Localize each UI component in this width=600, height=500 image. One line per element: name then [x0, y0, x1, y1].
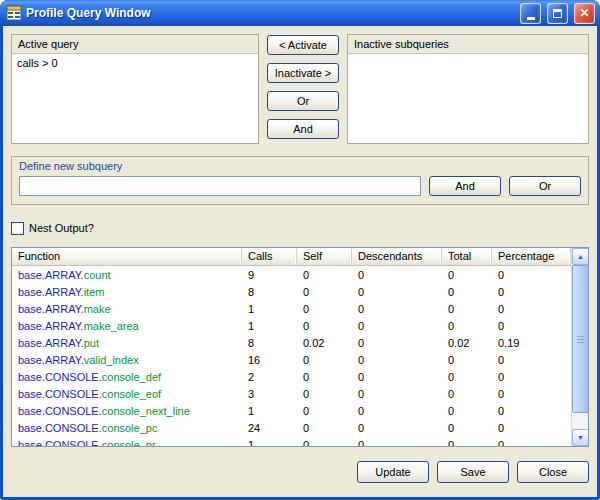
total-cell: 0: [442, 439, 492, 447]
total-cell: 0: [442, 286, 492, 298]
descendants-cell: 0: [352, 320, 442, 332]
subquery-input[interactable]: [19, 176, 421, 196]
header-percentage[interactable]: Percentage: [492, 248, 571, 265]
total-cell: 0.02: [442, 337, 492, 349]
percentage-cell: 0: [492, 303, 571, 315]
inactive-subqueries-list[interactable]: [348, 53, 588, 143]
total-cell: 0: [442, 405, 492, 417]
self-cell: 0: [297, 422, 352, 434]
descendants-cell: 0: [352, 422, 442, 434]
calls-cell: 8: [242, 337, 297, 349]
table-row[interactable]: base.ARRAY.make10000: [12, 300, 571, 317]
query-actions-column: < Activate Inactivate > Or And: [267, 34, 339, 144]
percentage-cell: 0: [492, 354, 571, 366]
function-cell: base.CONSOLE.console_next_line: [12, 405, 242, 417]
vertical-scrollbar[interactable]: ▲ ▼: [571, 248, 588, 446]
self-cell: 0: [297, 269, 352, 281]
save-button[interactable]: Save: [437, 461, 509, 483]
calls-cell: 1: [242, 303, 297, 315]
header-calls[interactable]: Calls: [242, 248, 297, 265]
total-cell: 0: [442, 269, 492, 281]
table-row[interactable]: base.ARRAY.make_area10000: [12, 317, 571, 334]
total-cell: 0: [442, 303, 492, 315]
header-total[interactable]: Total: [442, 248, 492, 265]
active-query-groupbox: Active query calls > 0: [11, 34, 259, 144]
maximize-button[interactable]: [547, 3, 568, 24]
nest-output-row: Nest Output?: [11, 221, 589, 235]
table-row[interactable]: base.ARRAY.put80.0200.020.19: [12, 334, 571, 351]
descendants-cell: 0: [352, 269, 442, 281]
percentage-cell: 0: [492, 269, 571, 281]
calls-cell: 3: [242, 388, 297, 400]
total-cell: 0: [442, 422, 492, 434]
calls-cell: 16: [242, 354, 297, 366]
self-cell: 0: [297, 354, 352, 366]
function-cell: base.ARRAY.valid_index: [12, 354, 242, 366]
total-cell: 0: [442, 320, 492, 332]
and-button[interactable]: And: [267, 119, 339, 139]
function-cell: base.ARRAY.count: [12, 269, 242, 281]
table-body: base.ARRAY.count90000base.ARRAY.item8000…: [12, 266, 571, 446]
descendants-cell: 0: [352, 388, 442, 400]
table-row[interactable]: base.ARRAY.item80000: [12, 283, 571, 300]
self-cell: 0: [297, 388, 352, 400]
header-self[interactable]: Self: [297, 248, 352, 265]
calls-cell: 1: [242, 405, 297, 417]
calls-cell: 8: [242, 286, 297, 298]
active-query-item[interactable]: calls > 0: [17, 57, 253, 69]
header-descendants[interactable]: Descendants: [352, 248, 442, 265]
close-icon: ✕: [579, 7, 589, 19]
function-cell: base.CONSOLE.console_eof: [12, 388, 242, 400]
subquery-or-button[interactable]: Or: [509, 176, 581, 196]
self-cell: 0: [297, 439, 352, 447]
self-cell: 0.02: [297, 337, 352, 349]
client-area: Active query calls > 0 < Activate Inacti…: [3, 26, 597, 497]
self-cell: 0: [297, 303, 352, 315]
window-title: Profile Query Window: [26, 6, 514, 20]
table-row[interactable]: base.ARRAY.valid_index160000: [12, 351, 571, 368]
minimize-icon: [527, 17, 535, 20]
activate-button[interactable]: < Activate: [267, 35, 339, 55]
table-row[interactable]: base.CONSOLE.console_pr10000: [12, 436, 571, 446]
table-row[interactable]: base.ARRAY.count90000: [12, 266, 571, 283]
define-subquery-row: And Or: [19, 176, 581, 196]
define-subquery-label: Define new subquery: [19, 160, 581, 172]
self-cell: 0: [297, 405, 352, 417]
function-cell: base.CONSOLE.console_pc: [12, 422, 242, 434]
descendants-cell: 0: [352, 405, 442, 417]
dialog-close-button[interactable]: Close: [517, 461, 589, 483]
scroll-down-button[interactable]: ▼: [572, 429, 589, 446]
scroll-down-icon: ▼: [577, 434, 584, 441]
nest-output-checkbox[interactable]: [11, 222, 24, 235]
inactivate-button[interactable]: Inactivate >: [267, 63, 339, 83]
percentage-cell: 0: [492, 439, 571, 447]
calls-cell: 9: [242, 269, 297, 281]
scroll-up-button[interactable]: ▲: [572, 248, 589, 265]
header-function[interactable]: Function: [12, 248, 242, 265]
total-cell: 0: [442, 371, 492, 383]
descendants-cell: 0: [352, 286, 442, 298]
or-button[interactable]: Or: [267, 91, 339, 111]
function-cell: base.CONSOLE.console_pr: [12, 439, 242, 447]
percentage-cell: 0: [492, 405, 571, 417]
active-query-label: Active query: [12, 35, 258, 53]
scroll-up-icon: ▲: [577, 253, 584, 260]
percentage-cell: 0: [492, 286, 571, 298]
table-row[interactable]: base.CONSOLE.console_def20000: [12, 368, 571, 385]
total-cell: 0: [442, 354, 492, 366]
minimize-button[interactable]: [520, 3, 541, 24]
subquery-and-button[interactable]: And: [429, 176, 501, 196]
self-cell: 0: [297, 286, 352, 298]
table-row[interactable]: base.CONSOLE.console_pc240000: [12, 419, 571, 436]
titlebar[interactable]: Profile Query Window ✕: [0, 0, 600, 26]
update-button[interactable]: Update: [357, 461, 429, 483]
table-row[interactable]: base.CONSOLE.console_next_line10000: [12, 402, 571, 419]
function-cell: base.CONSOLE.console_def: [12, 371, 242, 383]
close-button[interactable]: ✕: [574, 3, 595, 24]
scrollbar-thumb[interactable]: [572, 265, 589, 413]
descendants-cell: 0: [352, 354, 442, 366]
active-query-list[interactable]: calls > 0: [12, 53, 258, 143]
total-cell: 0: [442, 388, 492, 400]
table-row[interactable]: base.CONSOLE.console_eof30000: [12, 385, 571, 402]
self-cell: 0: [297, 371, 352, 383]
